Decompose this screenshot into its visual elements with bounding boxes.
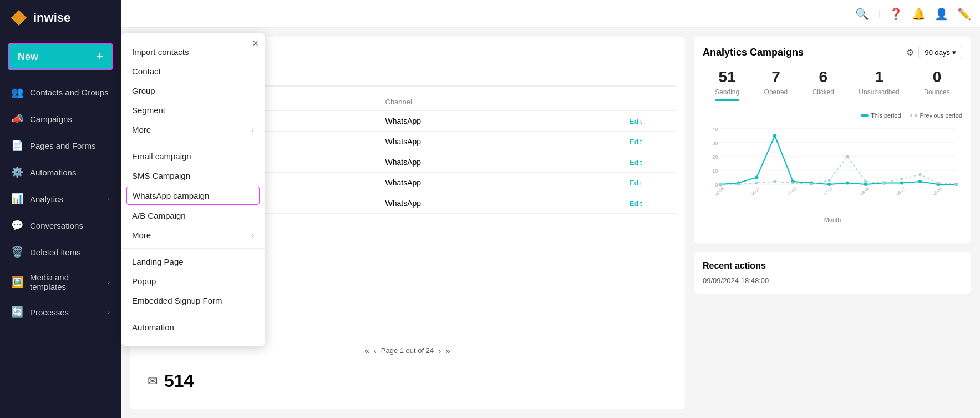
new-button[interactable]: New + — [8, 43, 113, 70]
contacts-icon: 👥 — [11, 86, 23, 98]
deleted-icon: 🗑️ — [11, 246, 23, 258]
svg-point-45 — [937, 182, 940, 184]
help-icon[interactable]: ❓ — [889, 7, 903, 21]
analytics-icon: 📊 — [11, 193, 23, 205]
sidebar-item-pages[interactable]: 📄 Pages and Forms — [2, 133, 119, 158]
automations-icon: ⚙️ — [11, 166, 23, 178]
stat-label: Opened — [764, 88, 788, 96]
svg-text:40: 40 — [712, 127, 718, 132]
sidebar-item-media[interactable]: 🖼️ Media and templates › — [2, 266, 119, 298]
svg-point-22 — [773, 134, 776, 138]
dropdown-item-segment[interactable]: Segment — [121, 100, 265, 120]
stat-item: 7 Opened — [764, 68, 788, 101]
edit-link[interactable]: Edit — [629, 158, 674, 167]
svg-point-34 — [737, 183, 740, 186]
svg-point-41 — [864, 180, 867, 183]
analytics-panel: Analytics Campaigns ⚙ 90 days ▾ 51 Sendi… — [694, 37, 971, 409]
filter-icon[interactable]: ⚙ — [906, 47, 914, 58]
email-icon: ✉ — [148, 374, 158, 389]
sidebar-item-processes[interactable]: 🔄 Processes › — [2, 299, 119, 325]
dropdown-item-popup[interactable]: Popup — [121, 271, 265, 291]
stat-item: 0 Bounces — [924, 68, 950, 101]
pages-icon: 📄 — [11, 139, 23, 152]
dropdown-item-sms-campaign[interactable]: SMS Campaign — [121, 166, 265, 185]
sidebar-item-conversations[interactable]: 💬 Conversations — [2, 213, 119, 238]
edit-icon[interactable]: ✏️ — [957, 7, 971, 21]
stat-label: Sending — [715, 88, 739, 96]
svg-marker-1 — [11, 12, 27, 18]
sidebar-item-automations[interactable]: ⚙️ Automations — [2, 159, 119, 185]
svg-text:0: 0 — [715, 182, 718, 188]
svg-point-44 — [918, 173, 921, 176]
recent-title: Recent actions — [703, 261, 962, 271]
user-icon[interactable]: 👤 — [935, 7, 948, 21]
edit-link[interactable]: Edit — [629, 138, 674, 146]
prev-page-button[interactable]: ‹ — [374, 346, 377, 355]
dropdown-item-more-2[interactable]: More › — [121, 225, 265, 245]
stat-item: 1 Unsubscribed — [859, 68, 899, 101]
search-icon[interactable]: 🔍 — [855, 7, 869, 21]
dropdown-close-button[interactable]: × — [252, 38, 258, 49]
bottom-hint: ✉ 514 — [139, 362, 676, 400]
stat-label: Bounces — [924, 88, 950, 96]
chevron-right-icon: › — [252, 231, 254, 239]
sidebar-item-deleted[interactable]: 🗑️ Deleted items — [2, 239, 119, 265]
svg-point-46 — [955, 183, 958, 186]
chart-area: 01020304006-0806-2207-0607-2008-0308-170… — [703, 123, 962, 234]
stat-label: Clicked — [813, 88, 834, 96]
dropdown-item-landing-page[interactable]: Landing Page — [121, 252, 265, 271]
dropdown-item-whatsapp-campaign[interactable]: WhatsApp campaign — [126, 187, 260, 205]
edit-link[interactable]: Edit — [629, 179, 674, 187]
bell-icon[interactable]: 🔔 — [912, 7, 926, 21]
svg-point-26 — [846, 182, 849, 185]
sidebar-logo: inwise — [0, 0, 121, 36]
stat-value: 51 — [715, 68, 739, 86]
svg-text:08-31: 08-31 — [932, 186, 943, 197]
chevron-right-icon: › — [108, 195, 110, 203]
chart-legend: This period Previous period — [703, 112, 962, 119]
stats-row: 51 Sending 7 Opened 6 Clicked 1 Unsubscr… — [703, 68, 962, 101]
topbar-divider: | — [878, 9, 880, 19]
dropdown-item-contact[interactable]: Contact — [121, 62, 265, 81]
legend-solid-line — [861, 114, 869, 117]
stat-value: 6 — [813, 68, 834, 86]
dropdown-item-automation[interactable]: Automation — [121, 318, 265, 337]
campaign-channel: WhatsApp — [385, 117, 630, 125]
sidebar-item-contacts[interactable]: 👥 Contacts and Groups — [2, 79, 119, 105]
svg-point-43 — [901, 178, 903, 180]
stat-item: 51 Sending — [715, 68, 739, 101]
svg-point-35 — [755, 182, 758, 184]
analytics-title-row: Analytics Campaigns ⚙ 90 days ▾ — [703, 46, 962, 59]
dropdown-item-embedded-signup[interactable]: Embedded Signup Form — [121, 291, 265, 310]
dropdown-item-email-campaign[interactable]: Email campaign — [121, 147, 265, 166]
processes-icon: 🔄 — [11, 306, 23, 318]
svg-point-30 — [918, 180, 922, 183]
svg-point-27 — [864, 183, 867, 186]
dropdown-item-more-1[interactable]: More › — [121, 120, 265, 139]
svg-text:06-22: 06-22 — [750, 186, 761, 197]
sidebar-item-campaigns[interactable]: 📣 Campaigns — [2, 106, 119, 132]
chevron-down-icon: ▾ — [952, 48, 956, 57]
edit-link[interactable]: Edit — [629, 117, 674, 125]
edit-link[interactable]: Edit — [629, 199, 674, 208]
svg-text:07-20: 07-20 — [822, 186, 834, 197]
legend-dashed-line — [910, 114, 918, 117]
chart-x-label: Month — [703, 216, 962, 223]
campaign-channel: WhatsApp — [385, 137, 630, 146]
dropdown-item-ab-campaign[interactable]: A/B Campaign — [121, 206, 265, 225]
stat-label: Unsubscribed — [859, 88, 899, 96]
svg-text:30: 30 — [712, 140, 718, 146]
next-page-button[interactable]: › — [438, 346, 441, 355]
svg-text:08-17: 08-17 — [895, 186, 906, 197]
period-select[interactable]: 90 days ▾ — [918, 46, 962, 59]
sidebar-item-analytics[interactable]: 📊 Analytics › — [2, 186, 119, 211]
dropdown-item-import-contacts[interactable]: Import contacts — [121, 42, 265, 62]
analytics-card: Analytics Campaigns ⚙ 90 days ▾ 51 Sendi… — [694, 37, 971, 243]
dropdown-section-pages: Landing Page Popup Embedded Signup Form — [121, 249, 265, 314]
dropdown-section-automation: Automation — [121, 314, 265, 340]
page-info: Page 1 out of 24 — [381, 346, 434, 355]
stat-value: 0 — [924, 68, 950, 86]
dropdown-item-group[interactable]: Group — [121, 81, 265, 100]
first-page-button[interactable]: « — [364, 346, 369, 355]
last-page-button[interactable]: » — [445, 346, 450, 355]
